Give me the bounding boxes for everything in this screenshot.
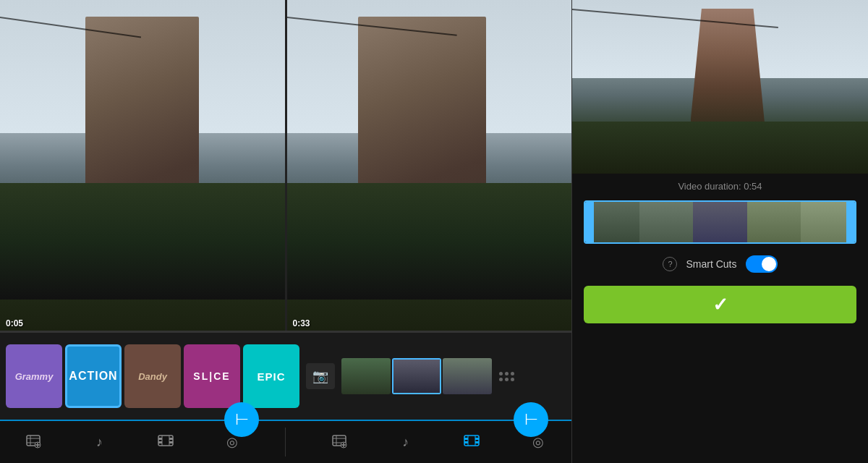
timeline-seg-3 [693,202,747,242]
svg-rect-25 [464,441,468,443]
timeline-seg-2 [639,202,694,242]
add-icon-right: ⊢ [524,410,538,429]
palette-icon: ◎ [226,434,238,450]
svg-rect-12 [169,438,173,440]
duration-label: Video duration: 0:54 [584,181,856,192]
film-2-icon [463,432,480,453]
toolbar-music[interactable]: ♪ [86,429,112,455]
help-icon[interactable]: ? [663,257,677,271]
confirm-button[interactable]: ✓ [584,286,856,323]
timestamp-1: 0:05 [6,318,23,328]
svg-rect-24 [464,438,468,440]
style-selector: Grammy ACTION Dandy SL|CE EPIC 📷 [0,333,571,420]
svg-rect-13 [169,441,173,443]
toolbar-add-clip[interactable] [20,429,46,455]
dot [511,372,514,375]
toolbar-film[interactable] [153,429,179,455]
style-action[interactable]: ACTION [65,344,122,408]
smart-cuts-toggle[interactable] [746,255,778,273]
music-2-icon: ♪ [402,435,409,450]
style-grammy[interactable]: Grammy [6,344,62,408]
svg-rect-21 [464,436,479,446]
music-icon: ♪ [96,435,103,450]
svg-rect-7 [158,436,173,446]
style-epic[interactable]: EPIC [243,344,299,408]
film-thumb-1[interactable] [341,358,391,394]
camera-button[interactable]: 📷 [302,344,339,408]
right-panel: Video duration: 0:54 ? Smart Cuts ✓ [571,0,868,463]
svg-rect-10 [158,438,162,440]
toggle-thumb [762,257,776,271]
camera-icon: 📷 [312,368,328,384]
timeline-handle-right[interactable] [846,200,856,244]
dot [499,378,503,381]
svg-rect-26 [475,438,479,440]
film-thumb-2[interactable] [392,358,441,394]
dot [511,378,514,381]
smart-cuts-row: ? Smart Cuts [572,248,868,280]
duration-bar: Video duration: 0:54 [572,174,868,196]
style-dandy[interactable]: Dandy [124,344,181,408]
bottom-toolbar: ♪ ◎ [0,420,571,463]
timeline-handle-left[interactable] [584,200,594,244]
svg-rect-11 [158,441,162,443]
dot [499,372,503,375]
video-preview-area: 0:05 0:33 [0,0,571,333]
confirm-check-icon: ✓ [712,294,728,316]
timeline-strip[interactable] [584,200,856,244]
preview-video [572,0,868,174]
dot [505,378,509,381]
add-clip-icon [25,432,42,453]
toolbar-music-2[interactable]: ♪ [393,429,419,455]
svg-rect-27 [475,441,479,443]
add-icon-left: ⊢ [235,410,249,429]
video-frame-2[interactable]: 0:33 [287,0,572,333]
dot [505,372,509,375]
smart-cuts-label: Smart Cuts [686,258,736,270]
timestamp-2: 0:33 [293,318,310,328]
film-thumb-3[interactable] [443,358,492,394]
timeline-seg-4 [747,202,801,242]
more-clips-button[interactable] [493,372,520,381]
fab-add-left[interactable]: ⊢ [224,402,259,437]
video-frame-1[interactable]: 0:05 [0,0,285,333]
add-clip-2-icon [331,432,348,453]
fab-add-right[interactable]: ⊢ [514,402,548,437]
film-icon [157,432,174,453]
toolbar-add-clip-2[interactable] [326,429,352,455]
left-panel: 0:05 0:33 Grammy ACTION Dandy SL|CE [0,0,571,463]
style-slice[interactable]: SL|CE [184,344,240,408]
film-strip [341,358,566,394]
toolbar-film-2[interactable] [459,429,485,455]
toolbar-divider [285,428,286,456]
